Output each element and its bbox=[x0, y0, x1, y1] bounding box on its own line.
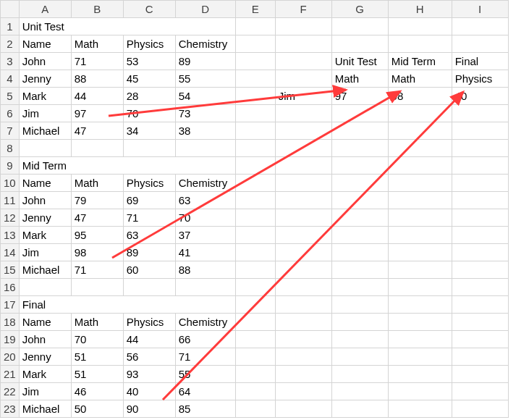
cell-H16[interactable] bbox=[388, 279, 452, 296]
col-header-I[interactable]: I bbox=[452, 1, 508, 18]
lookup-top-1[interactable]: Mid Term bbox=[388, 53, 452, 70]
cell-G20[interactable] bbox=[331, 348, 388, 366]
lookup-key[interactable]: Jim bbox=[275, 88, 331, 105]
cell-F10[interactable] bbox=[275, 175, 331, 192]
row-header-2[interactable]: 2 bbox=[1, 35, 20, 53]
cell-F4[interactable] bbox=[275, 70, 331, 88]
ut-r3-physics[interactable]: 70 bbox=[123, 105, 175, 122]
ut-r1-name[interactable]: Jenny bbox=[19, 70, 71, 88]
cell-E18[interactable] bbox=[235, 314, 275, 331]
fn-r4-name[interactable]: Michael bbox=[19, 400, 71, 418]
mt-r0-chemistry[interactable]: 63 bbox=[175, 192, 235, 209]
cell-I12[interactable] bbox=[452, 209, 508, 227]
mt-hdr-math[interactable]: Math bbox=[71, 175, 123, 192]
cell-E10[interactable] bbox=[235, 175, 275, 192]
cell-H21[interactable] bbox=[388, 366, 452, 383]
cell-B8[interactable] bbox=[71, 140, 123, 157]
final-title[interactable]: Final bbox=[19, 296, 235, 314]
cell-F9[interactable] bbox=[275, 157, 331, 175]
cell-E17[interactable] bbox=[235, 296, 275, 314]
fn-r1-physics[interactable]: 56 bbox=[123, 348, 175, 366]
cell-D16[interactable] bbox=[175, 279, 235, 296]
mt-r0-name[interactable]: John bbox=[19, 192, 71, 209]
fn-r3-physics[interactable]: 40 bbox=[123, 383, 175, 400]
mt-r2-chemistry[interactable]: 37 bbox=[175, 227, 235, 244]
cell-E23[interactable] bbox=[235, 400, 275, 418]
row-header-8[interactable]: 8 bbox=[1, 140, 20, 157]
cell-G8[interactable] bbox=[331, 140, 388, 157]
row-header-15[interactable]: 15 bbox=[1, 261, 20, 279]
cell-H14[interactable] bbox=[388, 244, 452, 261]
row-header-18[interactable]: 18 bbox=[1, 314, 20, 331]
mt-r4-name[interactable]: Michael bbox=[19, 261, 71, 279]
mt-r4-math[interactable]: 71 bbox=[71, 261, 123, 279]
cell-I8[interactable] bbox=[452, 140, 508, 157]
cell-A16[interactable] bbox=[19, 279, 71, 296]
cell-G23[interactable] bbox=[331, 400, 388, 418]
cell-H19[interactable] bbox=[388, 331, 452, 348]
mt-r3-math[interactable]: 98 bbox=[71, 244, 123, 261]
cell-I19[interactable] bbox=[452, 331, 508, 348]
cell-I17[interactable] bbox=[452, 296, 508, 314]
lookup-bot-2[interactable]: Physics bbox=[452, 70, 508, 88]
cell-E22[interactable] bbox=[235, 383, 275, 400]
unit-test-title[interactable]: Unit Test bbox=[19, 18, 235, 35]
fn-hdr-physics[interactable]: Physics bbox=[123, 314, 175, 331]
mt-r4-physics[interactable]: 60 bbox=[123, 261, 175, 279]
col-header-E[interactable]: E bbox=[235, 1, 275, 18]
mt-r2-name[interactable]: Mark bbox=[19, 227, 71, 244]
ut-r1-physics[interactable]: 45 bbox=[123, 70, 175, 88]
row-header-1[interactable]: 1 bbox=[1, 18, 20, 35]
lookup-val-0[interactable]: 97 bbox=[331, 88, 388, 105]
col-header-G[interactable]: G bbox=[331, 1, 388, 18]
cell-G13[interactable] bbox=[331, 227, 388, 244]
fn-r0-chemistry[interactable]: 66 bbox=[175, 331, 235, 348]
cell-E13[interactable] bbox=[235, 227, 275, 244]
cell-E2[interactable] bbox=[235, 35, 275, 53]
fn-r3-math[interactable]: 46 bbox=[71, 383, 123, 400]
row-header-22[interactable]: 22 bbox=[1, 383, 20, 400]
row-header-4[interactable]: 4 bbox=[1, 70, 20, 88]
ut-hdr-math[interactable]: Math bbox=[71, 35, 123, 53]
mt-r3-physics[interactable]: 89 bbox=[123, 244, 175, 261]
cell-E4[interactable] bbox=[235, 70, 275, 88]
cell-I13[interactable] bbox=[452, 227, 508, 244]
fn-r3-chemistry[interactable]: 64 bbox=[175, 383, 235, 400]
ut-r1-math[interactable]: 88 bbox=[71, 70, 123, 88]
ut-r0-math[interactable]: 71 bbox=[71, 53, 123, 70]
cell-F15[interactable] bbox=[275, 261, 331, 279]
ut-r4-physics[interactable]: 34 bbox=[123, 122, 175, 140]
cell-G6[interactable] bbox=[331, 105, 388, 122]
cell-G17[interactable] bbox=[331, 296, 388, 314]
cell-F22[interactable] bbox=[275, 383, 331, 400]
mt-r3-name[interactable]: Jim bbox=[19, 244, 71, 261]
cell-H2[interactable] bbox=[388, 35, 452, 53]
cell-E11[interactable] bbox=[235, 192, 275, 209]
cell-F3[interactable] bbox=[275, 53, 331, 70]
fn-r1-math[interactable]: 51 bbox=[71, 348, 123, 366]
cell-I21[interactable] bbox=[452, 366, 508, 383]
cell-F13[interactable] bbox=[275, 227, 331, 244]
cell-E9[interactable] bbox=[235, 157, 275, 175]
cell-F12[interactable] bbox=[275, 209, 331, 227]
cell-F21[interactable] bbox=[275, 366, 331, 383]
cell-E15[interactable] bbox=[235, 261, 275, 279]
cell-H13[interactable] bbox=[388, 227, 452, 244]
lookup-bot-1[interactable]: Math bbox=[388, 70, 452, 88]
mt-r1-math[interactable]: 47 bbox=[71, 209, 123, 227]
row-header-9[interactable]: 9 bbox=[1, 157, 20, 175]
col-header-A[interactable]: A bbox=[19, 1, 71, 18]
cell-G22[interactable] bbox=[331, 383, 388, 400]
select-all-corner[interactable] bbox=[1, 1, 20, 18]
cell-C8[interactable] bbox=[123, 140, 175, 157]
ut-r0-physics[interactable]: 53 bbox=[123, 53, 175, 70]
cell-G14[interactable] bbox=[331, 244, 388, 261]
row-header-21[interactable]: 21 bbox=[1, 366, 20, 383]
cell-F2[interactable] bbox=[275, 35, 331, 53]
row-header-13[interactable]: 13 bbox=[1, 227, 20, 244]
cell-G11[interactable] bbox=[331, 192, 388, 209]
cell-F7[interactable] bbox=[275, 122, 331, 140]
cell-I18[interactable] bbox=[452, 314, 508, 331]
col-header-H[interactable]: H bbox=[388, 1, 452, 18]
cell-G9[interactable] bbox=[331, 157, 388, 175]
